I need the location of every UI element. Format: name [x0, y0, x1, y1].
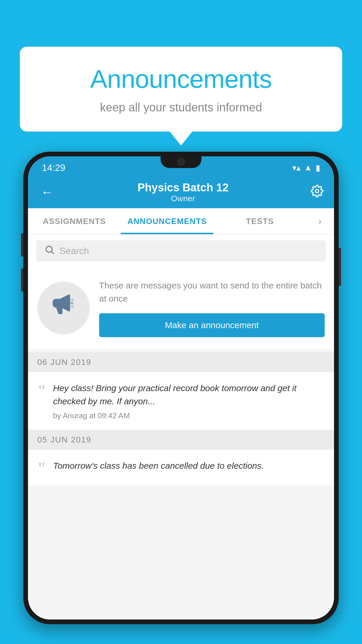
announcement-item-1[interactable]: " Hey class! Bring your practical record… — [28, 372, 334, 430]
phone-screen: 14:29 ▾▴ ▲ ▮ ← Physics Batch 12 Owner — [28, 156, 334, 620]
content-area: Search — [28, 235, 334, 620]
date-section-1: 06 JUN 2019 — [28, 352, 334, 372]
back-button[interactable]: ← — [38, 183, 55, 202]
tab-more[interactable]: › — [306, 208, 334, 234]
announcement-content-2: Tomorrow's class has been cancelled due … — [53, 459, 325, 476]
announcement-content-1: Hey class! Bring your practical record b… — [53, 382, 325, 420]
bubble-subtitle: keep all your students informed — [43, 101, 319, 114]
announcement-description: These are messages you want to send to t… — [99, 279, 325, 305]
date-label-2: 05 JUN 2019 — [37, 435, 91, 444]
announcement-meta-1: by Anurag at 09:42 AM — [53, 411, 325, 420]
settings-button[interactable] — [311, 185, 324, 200]
search-icon — [44, 244, 55, 258]
svg-point-1 — [46, 246, 52, 252]
app-bar-title: Physics Batch 12 — [62, 181, 304, 194]
search-container: Search — [28, 235, 334, 267]
svg-point-4 — [71, 305, 74, 308]
announcement-text-1: Hey class! Bring your practical record b… — [53, 382, 325, 408]
bubble-title: Announcements — [43, 64, 319, 94]
speech-bubble-container: Announcements keep all your students inf… — [20, 47, 342, 132]
status-icons: ▾▴ ▲ ▮ — [292, 163, 320, 173]
megaphone-icon — [50, 292, 77, 324]
quote-icon-1: " — [37, 383, 46, 398]
phone-mockup: 14:29 ▾▴ ▲ ▮ ← Physics Batch 12 Owner — [23, 152, 339, 624]
tab-tests[interactable]: TESTS — [213, 208, 306, 234]
battery-icon: ▮ — [316, 163, 320, 173]
announcement-text-2: Tomorrow's class has been cancelled due … — [53, 459, 325, 472]
svg-point-3 — [71, 298, 74, 301]
date-section-2: 05 JUN 2019 — [28, 430, 334, 450]
quote-icon-2: " — [37, 460, 46, 476]
search-bar[interactable]: Search — [36, 240, 326, 261]
power-button — [339, 248, 341, 286]
announcement-right: These are messages you want to send to t… — [99, 279, 325, 337]
search-placeholder: Search — [59, 246, 89, 256]
app-bar: ← Physics Batch 12 Owner — [28, 176, 334, 208]
wifi-icon: ▾▴ — [292, 163, 301, 173]
make-announcement-button[interactable]: Make an announcement — [99, 313, 325, 337]
date-label-1: 06 JUN 2019 — [37, 358, 91, 367]
announcement-icon-circle — [37, 282, 90, 334]
tab-assignments[interactable]: ASSIGNMENTS — [28, 208, 121, 234]
volume-button-down — [21, 268, 23, 292]
app-bar-title-area: Physics Batch 12 Owner — [62, 181, 304, 203]
speech-bubble: Announcements keep all your students inf… — [20, 47, 342, 132]
tabs-bar: ASSIGNMENTS ANNOUNCEMENTS TESTS › — [28, 208, 334, 235]
tab-announcements[interactable]: ANNOUNCEMENTS — [121, 208, 213, 234]
phone-outer: 14:29 ▾▴ ▲ ▮ ← Physics Batch 12 Owner — [23, 152, 339, 624]
phone-camera — [177, 158, 185, 166]
signal-icon: ▲ — [304, 163, 312, 172]
svg-point-0 — [316, 189, 319, 192]
volume-button-up — [21, 233, 23, 257]
app-bar-subtitle: Owner — [62, 194, 304, 203]
announcement-prompt: These are messages you want to send to t… — [28, 267, 334, 349]
status-time: 14:29 — [42, 162, 65, 173]
announcement-item-2[interactable]: " Tomorrow's class has been cancelled du… — [28, 450, 334, 486]
svg-line-2 — [52, 251, 54, 254]
